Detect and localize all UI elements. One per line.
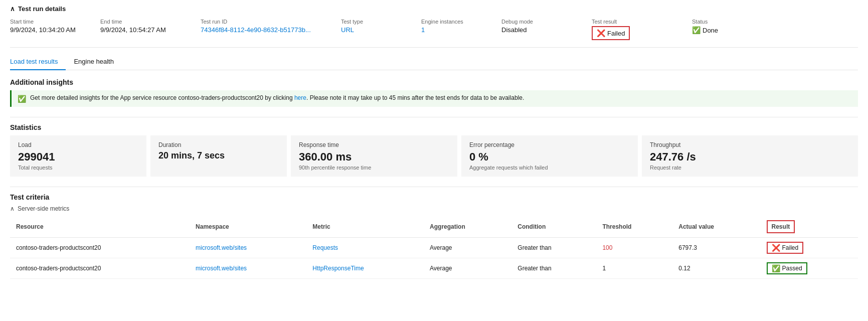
col-namespace: Namespace [190, 216, 306, 238]
test-type-label: Test type [341, 19, 417, 25]
result-label-1: Passed [782, 265, 802, 272]
error-pct-sublabel: Aggregate requests which failed [469, 165, 630, 171]
insights-message: Get more detailed insights for the App s… [30, 94, 524, 101]
cell-metric-1[interactable]: HttpResponseTime [306, 258, 424, 279]
cell-actual-1: 0.12 [672, 258, 760, 279]
criteria-table-body: contoso-traders-productscont20 microsoft… [10, 238, 858, 279]
col-threshold: Threshold [596, 216, 672, 238]
cell-actual-0: 6797.3 [672, 238, 760, 258]
criteria-table-header-row: Resource Namespace Metric Aggregation Co… [10, 216, 858, 238]
col-actual-value: Actual value [672, 216, 760, 238]
cell-metric-0[interactable]: Requests [306, 238, 424, 258]
test-run-id-col: Test run ID 74346f84-8112-4e90-8632-b517… [201, 17, 341, 42]
result-passed-box-1: ✅Passed [767, 262, 807, 274]
test-result-box: ❌ Failed [592, 26, 630, 40]
server-metrics-toggle[interactable]: ∧ Server-side metrics [10, 205, 858, 212]
insights-section: Additional insights ✅ Get more detailed … [10, 78, 858, 107]
status-value: Done [703, 27, 718, 34]
failed-circle-icon: ❌ [597, 29, 605, 37]
engine-instances-value[interactable]: 1 [421, 26, 497, 34]
test-result-value: Failed [607, 30, 625, 37]
load-stat-card: Load 299041 Total requests [10, 135, 146, 177]
col-aggregation: Aggregation [424, 216, 511, 238]
col-condition: Condition [511, 216, 596, 238]
insights-message-prefix: Get more detailed insights for the App s… [30, 94, 294, 101]
result-failed-box-0: ❌Failed [767, 242, 804, 254]
cell-threshold-1: 1 [596, 258, 672, 279]
test-type-col: Test type URL [341, 17, 421, 42]
end-time-label: End time [100, 19, 197, 25]
col-resource: Resource [10, 216, 190, 238]
response-time-stat-card: Response time 360.00 ms 90th percentile … [291, 135, 457, 177]
start-time-col: Start time 9/9/2024, 10:34:20 AM [10, 17, 100, 42]
start-time-label: Start time [10, 19, 96, 25]
debug-mode-col: Debug mode Disabled [501, 17, 592, 42]
test-result-label: Test result [592, 19, 688, 25]
chevron-up-icon: ∧ [10, 5, 15, 13]
tab-engine-health[interactable]: Engine health [66, 54, 122, 70]
throughput-value: 247.76 /s [650, 150, 850, 164]
tab-load-test-results[interactable]: Load test results [10, 54, 66, 70]
cell-aggregation-1: Average [424, 258, 511, 279]
test-result-col: Test result ❌ Failed [592, 17, 692, 42]
duration-value: 20 mins, 7 secs [158, 150, 279, 161]
table-row: contoso-traders-productscont20 microsoft… [10, 238, 858, 258]
start-time-value: 9/9/2024, 10:34:20 AM [10, 26, 96, 34]
test-run-details-toggle[interactable]: ∧ Test run details [10, 5, 858, 13]
details-grid: Start time 9/9/2024, 10:34:20 AM End tim… [10, 17, 858, 48]
error-pct-label: Error percentage [469, 141, 630, 148]
cell-resource-0: contoso-traders-productscont20 [10, 238, 190, 258]
tabs-container: Load test results Engine health [10, 54, 858, 70]
result-col-header-box: Result [767, 220, 795, 233]
insights-banner: ✅ Get more detailed insights for the App… [10, 90, 858, 107]
col-metric: Metric [306, 216, 424, 238]
test-run-id-value[interactable]: 74346f84-8112-4e90-8632-b51773b... [201, 26, 337, 34]
collapse-icon: ∧ [10, 205, 15, 212]
status-label: Status [692, 19, 768, 25]
load-label: Load [18, 141, 138, 148]
test-run-details-title: Test run details [18, 5, 66, 13]
throughput-label: Throughput [650, 141, 850, 148]
response-time-sublabel: 90th percentile response time [299, 165, 449, 171]
engine-instances-col: Engine instances 1 [421, 17, 501, 42]
stats-grid: Load 299041 Total requests Duration 20 m… [10, 135, 858, 177]
statistics-title: Statistics [10, 123, 858, 131]
criteria-table: Resource Namespace Metric Aggregation Co… [10, 216, 858, 279]
load-sublabel: Total requests [18, 165, 138, 171]
insights-message-suffix: . Please note it may take up to 45 mins … [306, 94, 524, 101]
test-type-value[interactable]: URL [341, 26, 417, 34]
done-check-icon: ✅ [692, 26, 701, 34]
cell-aggregation-0: Average [424, 238, 511, 258]
engine-instances-label: Engine instances [421, 19, 497, 25]
cell-condition-0: Greater than [511, 238, 596, 258]
divider-1 [10, 117, 858, 117]
end-time-col: End time 9/9/2024, 10:54:27 AM [100, 17, 201, 42]
error-pct-stat-card: Error percentage 0 % Aggregate requests … [461, 135, 638, 177]
status-col: Status ✅ Done [692, 17, 772, 42]
test-run-id-label: Test run ID [201, 19, 337, 25]
table-row: contoso-traders-productscont20 microsoft… [10, 258, 858, 279]
cell-namespace-0[interactable]: microsoft.web/sites [190, 238, 306, 258]
error-pct-value: 0 % [469, 150, 630, 164]
passed-icon-1: ✅ [772, 264, 780, 272]
insights-here-link[interactable]: here [294, 94, 306, 101]
duration-label: Duration [158, 141, 279, 148]
result-label-0: Failed [782, 244, 799, 251]
insights-check-icon: ✅ [18, 95, 26, 103]
debug-mode-label: Debug mode [501, 19, 588, 25]
insights-title: Additional insights [10, 78, 858, 86]
cell-namespace-1[interactable]: microsoft.web/sites [190, 258, 306, 279]
duration-stat-card: Duration 20 mins, 7 secs [150, 135, 287, 177]
throughput-sublabel: Request rate [650, 165, 850, 171]
debug-mode-value: Disabled [501, 26, 588, 34]
response-time-value: 360.00 ms [299, 150, 449, 164]
status-value-container: ✅ Done [692, 26, 768, 34]
failed-icon-0: ❌ [772, 244, 780, 252]
divider-2 [10, 187, 858, 187]
test-run-details-section: ∧ Test run details Start time 9/9/2024, … [10, 5, 858, 48]
criteria-title: Test criteria [10, 193, 858, 201]
cell-threshold-0: 100 [596, 238, 672, 258]
statistics-section: Statistics Load 299041 Total requests Du… [10, 123, 858, 177]
col-result: Result [761, 216, 858, 238]
cell-result-1: ✅Passed [761, 258, 858, 279]
